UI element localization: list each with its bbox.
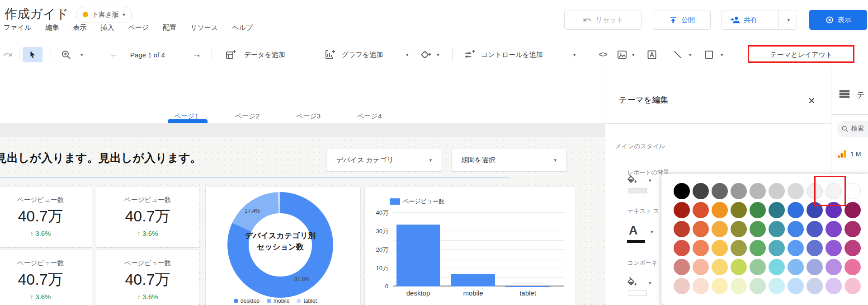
- palette-swatch-r4c5[interactable]: [750, 240, 766, 256]
- report-canvas[interactable]: 見出しが入ります。見出しが入ります。 デバイス カテゴリ ▾ 期間を選択 ▾ ペ…: [0, 137, 605, 305]
- scorecard-1[interactable]: ページビュー数40.7万↑ 3.6%: [0, 187, 92, 247]
- menu-item-3[interactable]: 表示: [73, 23, 86, 32]
- palette-swatch-r2c2[interactable]: [693, 202, 709, 218]
- reset-button[interactable]: リセット: [564, 10, 642, 30]
- text-color-caret[interactable]: ▾: [651, 229, 653, 235]
- donut-chart-card[interactable]: デバイスカテゴリ別 セッション数 17.4% 81.8% desktopmobi…: [206, 187, 360, 305]
- component-color-swatch[interactable]: [628, 291, 647, 296]
- tab-page-3[interactable]: ページ3: [290, 110, 327, 122]
- palette-swatch-r1c3[interactable]: [712, 183, 728, 199]
- palette-swatch-r5c5[interactable]: [750, 259, 766, 275]
- select-tool[interactable]: [23, 47, 42, 62]
- add-data-icon[interactable]: [225, 44, 236, 66]
- text-tool-icon[interactable]: [646, 44, 657, 66]
- report-title[interactable]: 作成ガイド: [5, 5, 69, 23]
- palette-swatch-r3c7[interactable]: [788, 221, 804, 237]
- palette-swatch-r6c6[interactable]: [769, 278, 785, 294]
- shape-tool-caret[interactable]: ▾: [721, 44, 723, 66]
- palette-swatch-r3c3[interactable]: [712, 221, 728, 237]
- search-input[interactable]: 検索: [837, 121, 868, 137]
- device-category-filter[interactable]: デバイス カテゴリ ▾: [327, 149, 442, 171]
- palette-swatch-r4c10[interactable]: [844, 240, 861, 256]
- paint-bucket-icon[interactable]: [626, 277, 638, 289]
- palette-swatch-r1c2[interactable]: [693, 183, 709, 199]
- add-chart-caret[interactable]: ▾: [406, 44, 409, 66]
- palette-swatch-r3c2[interactable]: [693, 221, 709, 237]
- palette-swatch-r3c4[interactable]: [731, 221, 747, 237]
- palette-swatch-r3c8[interactable]: [807, 221, 823, 237]
- palette-swatch-r2c10[interactable]: [844, 202, 861, 218]
- palette-swatch-r5c3[interactable]: [712, 259, 728, 275]
- menu-item-2[interactable]: 編集: [45, 23, 59, 32]
- shape-tool-icon[interactable]: [703, 44, 714, 66]
- palette-swatch-r6c8[interactable]: [807, 278, 823, 294]
- tab-page-4[interactable]: ページ4: [351, 110, 388, 122]
- date-range-filter[interactable]: 期間を選択 ▾: [452, 149, 566, 171]
- draft-version-badge[interactable]: 下書き版 ▾: [76, 6, 132, 23]
- image-tool-caret[interactable]: ▾: [632, 44, 635, 66]
- report-heading[interactable]: 見出しが入ります。見出しが入ります。: [0, 150, 202, 165]
- text-color-icon[interactable]: A: [629, 224, 638, 238]
- palette-swatch-r3c9[interactable]: [826, 221, 842, 237]
- menu-item-5[interactable]: ページ: [128, 23, 149, 32]
- zoom-tool-caret[interactable]: ▾: [80, 44, 83, 66]
- palette-swatch-r4c8[interactable]: [807, 240, 823, 256]
- palette-swatch-r1c7[interactable]: [788, 183, 804, 199]
- palette-swatch-r5c10[interactable]: [844, 259, 861, 275]
- share-button[interactable]: 共有 ▾: [722, 10, 797, 30]
- menu-item-8[interactable]: ヘルプ: [232, 23, 253, 32]
- add-control-icon[interactable]: [464, 44, 476, 66]
- scorecard-3[interactable]: ページビュー数40.7万↑ 3.6%: [0, 250, 92, 305]
- redo-icon[interactable]: [3, 44, 13, 66]
- palette-swatch-r1c5[interactable]: [750, 183, 766, 199]
- prev-page-arrow[interactable]: ←: [109, 44, 118, 66]
- palette-swatch-r6c1[interactable]: [674, 278, 690, 294]
- next-page-arrow[interactable]: →: [193, 44, 201, 66]
- add-control-button[interactable]: コントロールを追加: [481, 44, 543, 66]
- palette-swatch-r2c7[interactable]: [788, 202, 804, 218]
- add-data-button[interactable]: データを追加: [244, 44, 285, 66]
- palette-swatch-r6c3[interactable]: [712, 278, 728, 294]
- palette-swatch-r5c4[interactable]: [731, 259, 747, 275]
- bucket-caret[interactable]: ▾: [649, 178, 651, 183]
- palette-swatch-r4c4[interactable]: [731, 240, 747, 256]
- line-tool-icon[interactable]: [673, 44, 683, 66]
- image-tool-icon[interactable]: [617, 44, 627, 66]
- palette-swatch-r6c9[interactable]: [826, 278, 842, 294]
- chevron-down-icon[interactable]: ▾: [787, 17, 790, 23]
- palette-swatch-r5c2[interactable]: [693, 259, 709, 275]
- bar-chart-card[interactable]: ページビュー数 010万20万30万40万desktopmobiletablet: [365, 187, 576, 305]
- background-color-swatch[interactable]: [628, 188, 647, 193]
- palette-swatch-r5c7[interactable]: [788, 259, 804, 275]
- palette-swatch-r4c1[interactable]: [674, 240, 690, 256]
- palette-swatch-r3c10[interactable]: [844, 221, 861, 237]
- close-icon[interactable]: ✕: [808, 95, 816, 106]
- component-bucket-caret[interactable]: ▾: [649, 280, 651, 286]
- community-viz-caret[interactable]: ▾: [437, 44, 439, 66]
- menu-item-7[interactable]: リソース: [190, 23, 218, 32]
- palette-swatch-r5c8[interactable]: [807, 259, 823, 275]
- menu-item-1[interactable]: ファイル: [4, 23, 31, 32]
- menu-item-4[interactable]: 挿入: [100, 23, 114, 32]
- zoom-tool[interactable]: [61, 44, 71, 66]
- palette-swatch-r5c9[interactable]: [826, 259, 842, 275]
- palette-swatch-r6c7[interactable]: [788, 278, 804, 294]
- palette-swatch-r1c6[interactable]: [769, 183, 785, 199]
- embed-code-icon[interactable]: <>: [599, 44, 608, 66]
- community-viz-icon[interactable]: [420, 44, 432, 66]
- palette-swatch-r3c5[interactable]: [750, 221, 766, 237]
- palette-swatch-r3c6[interactable]: [769, 221, 785, 237]
- palette-swatch-r5c1[interactable]: [674, 259, 690, 275]
- add-chart-button[interactable]: グラフを追加: [342, 44, 383, 66]
- palette-swatch-r4c7[interactable]: [788, 240, 804, 256]
- palette-swatch-r3c1[interactable]: [674, 221, 690, 237]
- tab-page-2[interactable]: ページ2: [229, 110, 266, 122]
- palette-swatch-r4c6[interactable]: [769, 240, 785, 256]
- palette-swatch-r6c2[interactable]: [693, 278, 709, 294]
- palette-swatch-r4c9[interactable]: [826, 240, 842, 256]
- data-source-item[interactable]: 1 M: [837, 149, 861, 160]
- palette-swatch-r2c6[interactable]: [769, 202, 785, 218]
- palette-swatch-r2c1[interactable]: [674, 202, 690, 218]
- palette-swatch-r2c5[interactable]: [750, 202, 766, 218]
- palette-swatch-r4c3[interactable]: [712, 240, 728, 256]
